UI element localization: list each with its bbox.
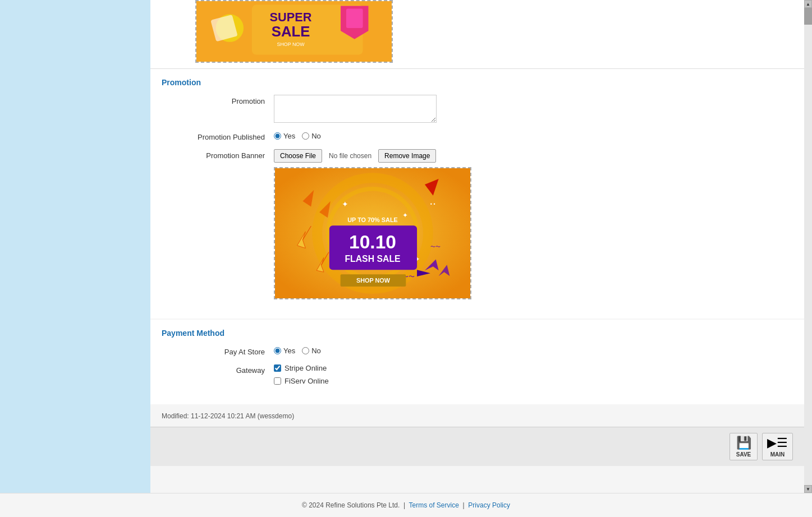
promotion-published-yes-label[interactable]: Yes bbox=[274, 132, 295, 140]
promotion-published-label: Promotion Published bbox=[162, 131, 274, 141]
pay-at-store-radio-group: Yes No bbox=[274, 345, 321, 355]
promotion-published-yes-radio[interactable] bbox=[274, 132, 281, 140]
gateway-label: Gateway bbox=[162, 364, 274, 375]
payment-method-title: Payment Method bbox=[162, 329, 793, 338]
promotion-published-no-radio[interactable] bbox=[302, 132, 309, 140]
bottom-toolbar: 💾 SAVE ▶☰ MAIN bbox=[150, 427, 804, 466]
svg-text:FLASH SALE: FLASH SALE bbox=[345, 254, 400, 264]
promotion-section-title: Promotion bbox=[162, 78, 793, 87]
gateway-control: Stripe Online FiServ Online bbox=[274, 364, 793, 385]
flash-sale-banner: ✦ ✦ ✦ ✦ 〜〜 〜〜 UP TO 70% SALE bbox=[275, 168, 470, 298]
promotion-banner-control: Choose File No file chosen Remove Image bbox=[274, 149, 793, 299]
gateway-checkbox-group: Stripe Online FiServ Online bbox=[274, 364, 329, 385]
scroll-thumb[interactable] bbox=[804, 8, 812, 25]
svg-text:〜〜: 〜〜 bbox=[430, 244, 441, 250]
promotion-published-row: Promotion Published Yes No bbox=[162, 131, 793, 141]
promotion-banner-row: Promotion Banner Choose File No file cho… bbox=[162, 149, 793, 299]
stripe-label[interactable]: Stripe Online bbox=[285, 364, 327, 372]
modified-text: Modified: 11-12-2024 10:21 AM (wessdemo) bbox=[162, 412, 294, 420]
fiserv-checkbox[interactable] bbox=[274, 377, 281, 385]
pay-at-store-no-text: No bbox=[311, 347, 321, 355]
promotion-published-no-label[interactable]: No bbox=[302, 132, 321, 140]
page-wrapper: SUPER SALE SHOP NOW Promotion Promo bbox=[0, 0, 812, 517]
svg-text:SHOP NOW: SHOP NOW bbox=[356, 277, 391, 284]
svg-text:10.10: 10.10 bbox=[349, 232, 396, 252]
footer: © 2024 Refine Solutions Pte Ltd. | Terms… bbox=[0, 493, 812, 517]
choose-file-button[interactable]: Choose File bbox=[274, 149, 322, 163]
svg-text:UP TO 70% SALE: UP TO 70% SALE bbox=[347, 216, 398, 223]
pay-at-store-no-radio[interactable] bbox=[302, 347, 309, 354]
promotion-row: Promotion bbox=[162, 95, 793, 123]
terms-of-service-link[interactable]: Terms of Service bbox=[409, 501, 459, 509]
footer-sep1: | bbox=[403, 501, 405, 509]
pay-at-store-yes-radio[interactable] bbox=[274, 347, 281, 354]
pay-at-store-control: Yes No bbox=[274, 345, 793, 355]
svg-text:• •: • • bbox=[430, 201, 435, 207]
svg-text:SALE: SALE bbox=[272, 24, 310, 39]
scroll-down-arrow[interactable]: ▼ bbox=[804, 485, 812, 493]
top-banner-wrapper: SUPER SALE SHOP NOW bbox=[195, 0, 393, 63]
stripe-row: Stripe Online bbox=[274, 364, 329, 372]
pay-at-store-row: Pay At Store Yes No bbox=[162, 345, 793, 356]
svg-rect-3 bbox=[346, 8, 363, 28]
top-banner-image: SUPER SALE SHOP NOW bbox=[196, 1, 392, 62]
scrollbar[interactable]: ▲ ▼ bbox=[804, 0, 812, 493]
save-icon: 💾 bbox=[736, 436, 751, 450]
promotion-textarea[interactable] bbox=[274, 95, 437, 123]
promotion-published-radio-group: Yes No bbox=[274, 131, 321, 140]
pay-at-store-yes-label[interactable]: Yes bbox=[274, 347, 295, 355]
fiserv-row: FiServ Online bbox=[274, 377, 329, 385]
sidebar bbox=[0, 0, 150, 493]
footer-copyright: © 2024 Refine Solutions Pte Ltd. bbox=[302, 501, 400, 509]
promotion-published-yes-text: Yes bbox=[283, 132, 295, 140]
save-button[interactable]: 💾 SAVE bbox=[730, 433, 758, 460]
promotion-published-no-text: No bbox=[311, 132, 321, 140]
modified-info: Modified: 11-12-2024 10:21 AM (wessdemo) bbox=[150, 405, 804, 427]
fiserv-label[interactable]: FiServ Online bbox=[285, 377, 329, 385]
promotion-control bbox=[274, 95, 793, 123]
no-file-text: No file chosen bbox=[325, 152, 375, 160]
main-layout: SUPER SALE SHOP NOW Promotion Promo bbox=[0, 0, 812, 493]
file-upload-row: Choose File No file chosen Remove Image bbox=[274, 149, 436, 163]
pay-at-store-no-label[interactable]: No bbox=[302, 347, 321, 355]
content-area: SUPER SALE SHOP NOW Promotion Promo bbox=[150, 0, 804, 493]
stripe-checkbox[interactable] bbox=[274, 364, 281, 372]
promotion-label: Promotion bbox=[162, 95, 274, 105]
pay-at-store-label: Pay At Store bbox=[162, 345, 274, 356]
payment-method-section: Payment Method Pay At Store Yes No bbox=[150, 320, 804, 404]
main-icon: ▶☰ bbox=[767, 436, 788, 450]
svg-text:✦: ✦ bbox=[402, 211, 408, 219]
svg-text:SHOP NOW: SHOP NOW bbox=[277, 41, 305, 47]
save-label: SAVE bbox=[736, 451, 751, 458]
footer-sep2: | bbox=[463, 501, 465, 509]
main-label: MAIN bbox=[770, 451, 785, 458]
pay-at-store-yes-text: Yes bbox=[283, 347, 295, 355]
flash-sale-svg: ✦ ✦ ✦ ✦ 〜〜 〜〜 UP TO 70% SALE bbox=[275, 168, 470, 298]
gateway-row: Gateway Stripe Online FiServ Online bbox=[162, 364, 793, 385]
promotion-published-control: Yes No bbox=[274, 131, 793, 140]
svg-text:✦: ✦ bbox=[342, 200, 348, 209]
remove-image-button[interactable]: Remove Image bbox=[378, 149, 436, 163]
banner-image-wrapper: ✦ ✦ ✦ ✦ 〜〜 〜〜 UP TO 70% SALE bbox=[274, 167, 471, 299]
top-banner-section: SUPER SALE SHOP NOW bbox=[150, 0, 804, 69]
promotion-banner-label: Promotion Banner bbox=[162, 149, 274, 160]
svg-text:SUPER: SUPER bbox=[270, 10, 312, 24]
main-button[interactable]: ▶☰ MAIN bbox=[762, 433, 793, 460]
privacy-policy-link[interactable]: Privacy Policy bbox=[468, 501, 510, 509]
promotion-section: Promotion Promotion Promotion Published bbox=[150, 69, 804, 318]
scroll-up-arrow[interactable]: ▲ bbox=[804, 0, 812, 8]
